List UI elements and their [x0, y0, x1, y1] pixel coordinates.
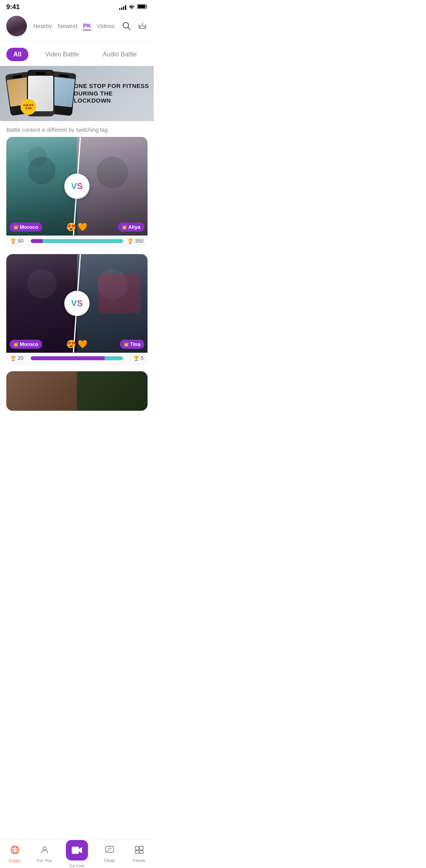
svg-line-4 — [128, 28, 130, 30]
emoji-right-2: 🧡 — [78, 339, 88, 349]
score-value-left-2: 20 — [18, 355, 23, 361]
score-value-left-1: 50 — [18, 238, 23, 244]
progress-track-2 — [31, 356, 123, 360]
svg-rect-1 — [138, 5, 146, 8]
battle-vs-1: 👑 Moroco 👑 Aliya VS 😍 🧡 — [6, 137, 148, 236]
filter-all[interactable]: All — [6, 48, 28, 61]
banner-phones: GOLD'SGYM — [0, 66, 74, 121]
right-name-badge-1: 👑 Aliya — [118, 223, 144, 232]
right-player-name-1: Aliya — [128, 224, 140, 230]
tab-videos[interactable]: Videos — [97, 22, 115, 30]
prog-fill-right-2 — [105, 356, 123, 360]
tab-newest[interactable]: Newest — [58, 22, 77, 30]
score-right-1: 🏆 350 — [123, 238, 144, 244]
signal-icon — [119, 4, 126, 10]
status-time: 9:41 — [6, 3, 20, 11]
emoji-left-1: 😍 — [66, 222, 76, 232]
prog-fill-left-2 — [31, 356, 105, 360]
right-name-badge-2: 👑 Tina — [120, 340, 145, 349]
progress-track-1 — [31, 239, 123, 243]
status-icons — [119, 4, 148, 11]
left-name-badge-1: 👑 Moroco — [9, 223, 42, 232]
filter-row: All Video Battle Audio Battle — [0, 41, 154, 66]
banner-text: ONE STOP FOR FITNESS DURING THE LOCKDOWN — [74, 82, 154, 105]
progress-bar-2: 🏆 20 🏆 5 — [6, 353, 148, 365]
score-right-2: 🏆 5 — [123, 355, 144, 361]
battle-emoji-1: 😍 🧡 — [66, 222, 88, 232]
vs-circle-1: VS — [64, 174, 90, 199]
prog-fill-left-1 — [31, 239, 43, 243]
wifi-icon — [129, 4, 135, 10]
vs-text-1: VS — [71, 181, 82, 191]
score-left-2: 🏆 20 — [10, 355, 31, 361]
trophy-icon-left-2: 🏆 — [10, 355, 16, 361]
vs-circle-2: VS — [64, 291, 90, 316]
crown-icon-right-1: 👑 — [122, 225, 127, 229]
vs-text-2: VS — [71, 298, 82, 309]
crown-icon-right-2: 👑 — [124, 342, 129, 346]
crown-button[interactable] — [137, 21, 148, 32]
filter-video-battle[interactable]: Video Battle — [38, 48, 86, 61]
svg-point-5 — [138, 25, 139, 26]
left-player-name-1: Moroco — [20, 224, 38, 230]
header-nav: Nearby Newest PK Videos — [0, 13, 154, 41]
battery-icon — [137, 4, 148, 11]
emoji-right-1: 🧡 — [78, 222, 88, 232]
left-player-name-2: Moroco — [20, 341, 38, 347]
left-name-badge-2: 👑 Moroco — [9, 340, 42, 349]
filter-audio-battle[interactable]: Audio Battle — [95, 48, 144, 61]
scroll-area: GOLD'SGYM ONE STOP FOR FITNESS DURING TH… — [0, 66, 154, 449]
score-left-1: 🏆 50 — [10, 238, 31, 244]
trophy-icon-right-2: 🏆 — [133, 355, 139, 361]
score-value-right-2: 5 — [141, 355, 144, 361]
battle-card-1[interactable]: 👑 Moroco 👑 Aliya VS 😍 🧡 — [6, 137, 148, 248]
prog-fill-right-1 — [43, 239, 123, 243]
battle-card-2[interactable]: 👑 Moroco 👑 Tina VS 😍 — [6, 254, 148, 365]
svg-rect-2 — [147, 6, 148, 7]
progress-bar-1: 🏆 50 🏆 350 — [6, 236, 148, 248]
partial-battle-inner — [6, 371, 148, 411]
partial-left — [6, 371, 77, 411]
svg-point-7 — [145, 25, 146, 26]
promo-banner[interactable]: GOLD'SGYM ONE STOP FOR FITNESS DURING TH… — [0, 66, 154, 121]
partial-right — [77, 371, 148, 411]
trophy-icon-right-1: 🏆 — [127, 238, 133, 244]
banner-line2: DURING THE LOCKDOWN — [74, 90, 149, 105]
tab-nearby[interactable]: Nearby — [33, 22, 52, 30]
golds-gym-logo: GOLD'SGYM — [21, 99, 36, 115]
tab-pk[interactable]: PK — [83, 22, 91, 30]
trophy-icon-left-1: 🏆 — [10, 238, 16, 244]
avatar[interactable] — [6, 16, 27, 36]
crown-icon-left-1: 👑 — [13, 225, 18, 229]
header-icons — [121, 21, 148, 32]
right-player-name-2: Tina — [130, 341, 141, 347]
battle-card-3-partial[interactable] — [6, 371, 148, 411]
hint-text: Battle content is different by switching… — [0, 121, 154, 137]
emoji-left-2: 😍 — [66, 339, 76, 349]
battle-emoji-2: 😍 🧡 — [66, 339, 88, 349]
score-value-right-1: 350 — [135, 238, 144, 244]
crown-icon-left-2: 👑 — [13, 342, 18, 346]
status-bar: 9:41 — [0, 0, 154, 13]
nav-tabs: Nearby Newest PK Videos — [33, 22, 115, 30]
svg-point-6 — [142, 23, 143, 24]
battle-vs-2: 👑 Moroco 👑 Tina VS 😍 — [6, 254, 148, 353]
banner-line1: ONE STOP FOR FITNESS — [74, 82, 149, 90]
search-button[interactable] — [121, 21, 132, 32]
